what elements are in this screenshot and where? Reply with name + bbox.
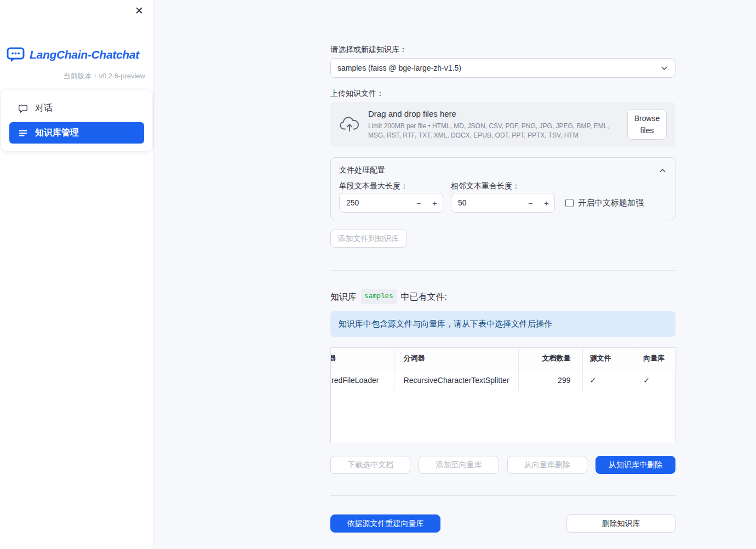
kb-select-value: samples (faiss @ bge-large-zh-v1.5) — [337, 64, 461, 72]
kb-suffix-text: 中已有文件: — [401, 290, 447, 303]
chat-bubble-icon — [18, 104, 28, 113]
vector-store-check-cell[interactable]: ✓ — [633, 369, 675, 391]
drag-drop-text: Drag and drop files here — [368, 109, 619, 118]
version-text: 当前版本：v0.2.6-preview — [0, 71, 153, 81]
column-header-splitter: 分词器 — [394, 348, 519, 369]
overlap-size-group: 相邻文本重合长度： 50 − + — [451, 180, 555, 213]
expander-header[interactable]: 文件处理配置 — [339, 158, 667, 179]
overlap-size-increment-button[interactable]: + — [539, 193, 554, 212]
delete-kb-button[interactable]: 删除知识库 — [566, 514, 675, 533]
column-header-vector-store: 向量库 — [633, 348, 675, 369]
uploader-text: Drag and drop files here Limit 200MB per… — [368, 109, 619, 139]
add-files-to-kb-button[interactable]: 添加文件到知识库 — [330, 230, 406, 248]
add-to-vector-store-button[interactable]: 添加至向量库 — [419, 456, 499, 474]
kb-prefix-text: 知识库 — [330, 290, 357, 303]
chunk-size-label: 单段文本最大长度： — [339, 180, 443, 191]
zh-title-enhance-checkbox[interactable]: 开启中文标题加强 — [565, 193, 644, 213]
divider — [330, 270, 675, 271]
sidebar: ✕ LangChain-Chatchat 当前版本：v0.2.6-preview… — [0, 0, 153, 549]
app-title: LangChain-Chatchat — [30, 48, 139, 61]
close-sidebar-button[interactable]: ✕ — [131, 3, 147, 18]
divider — [330, 495, 675, 496]
kb-name-code: samples — [361, 289, 397, 304]
file-config-expander: 文件处理配置 单段文本最大长度： 250 − + 相邻文 — [330, 157, 675, 220]
kb-select[interactable]: samples (faiss @ bge-large-zh-v1.5) — [330, 58, 675, 78]
overlap-size-decrement-button[interactable]: − — [523, 193, 539, 212]
file-uploader-dropzone[interactable]: Drag and drop files here Limit 200MB per… — [330, 102, 675, 147]
chunk-size-decrement-button[interactable]: − — [411, 193, 427, 212]
info-banner: 知识库中包含源文件与向量库，请从下表中选择文件后操作 — [330, 311, 675, 337]
rebuild-vector-store-button[interactable]: 依据源文件重建向量库 — [330, 514, 440, 533]
chunk-size-value: 250 — [340, 198, 411, 207]
overlap-size-value: 50 — [451, 198, 523, 207]
chevron-down-icon — [660, 64, 668, 72]
version-label: 当前版本： — [63, 72, 99, 80]
main-area: 请选择或新建知识库： samples (faiss @ bge-large-zh… — [153, 0, 756, 549]
knowledge-base-icon — [18, 128, 28, 138]
version-value: v0.2.6-preview — [99, 72, 145, 80]
browse-files-button[interactable]: Browse files — [627, 109, 667, 140]
table-row[interactable]: redFileLoader RecursiveCharacterTextSpli… — [331, 369, 675, 391]
delete-from-kb-button[interactable]: 从知识库中删除 — [595, 456, 675, 474]
overlap-size-label: 相邻文本重合长度： — [451, 180, 555, 191]
kb-footer-actions: 依据源文件重建向量库 删除知识库 — [330, 514, 675, 533]
info-banner-text: 知识库中包含源文件与向量库，请从下表中选择文件后操作 — [339, 319, 552, 329]
chunk-size-group: 单段文本最大长度： 250 − + — [339, 180, 443, 213]
kb-files-table[interactable]: 器 分词器 文档数量 源文件 向量库 redFileLoader Recursi… — [330, 347, 675, 443]
sidebar-item-label: 对话 — [35, 102, 53, 114]
chunk-size-input[interactable]: 250 − + — [339, 193, 443, 213]
column-header-doc-count: 文档数量 — [519, 348, 583, 369]
file-actions-row: 下载选中文档 添加至向量库 从向量库删除 从知识库中删除 — [330, 456, 675, 474]
sidebar-menu: 对话 知识库管理 — [1, 90, 152, 151]
doc-count-cell[interactable]: 299 — [519, 369, 583, 391]
sidebar-item-chat[interactable]: 对话 — [9, 98, 144, 119]
content-column: 请选择或新建知识库： samples (faiss @ bge-large-zh… — [330, 0, 675, 533]
column-header-source-file: 源文件 — [583, 348, 633, 369]
overlap-size-input[interactable]: 50 − + — [451, 193, 555, 213]
expander-title: 文件处理配置 — [339, 165, 385, 175]
expander-body: 单段文本最大长度： 250 − + 相邻文本重合长度： 50 − + — [339, 180, 667, 213]
delete-from-vector-store-button[interactable]: 从向量库删除 — [507, 456, 587, 474]
loader-cell[interactable]: redFileLoader — [331, 369, 394, 391]
column-header-loader: 器 — [331, 348, 394, 369]
upload-limit-text: Limit 200MB per file • HTML, MD, JSON, C… — [368, 122, 619, 139]
table-empty-area — [331, 391, 675, 443]
kb-select-label: 请选择或新建知识库： — [330, 44, 675, 55]
sidebar-item-knowledge-base[interactable]: 知识库管理 — [9, 122, 144, 144]
checkbox-box-icon — [565, 199, 574, 207]
splitter-cell[interactable]: RecursiveCharacterTextSplitter — [394, 369, 519, 391]
table-header-row: 器 分词器 文档数量 源文件 向量库 — [331, 348, 675, 369]
chevron-up-icon — [658, 167, 667, 175]
zh-title-enhance-label: 开启中文标题加强 — [578, 198, 644, 208]
existing-files-heading: 知识库 samples 中已有文件: — [330, 289, 675, 304]
upload-label: 上传知识文件： — [330, 88, 675, 99]
app-logo: LangChain-Chatchat — [7, 47, 153, 62]
sidebar-item-label: 知识库管理 — [35, 127, 79, 139]
logo-chat-icon — [7, 47, 25, 62]
download-selected-button[interactable]: 下载选中文档 — [330, 456, 410, 474]
cloud-upload-icon — [339, 116, 360, 133]
source-file-check-cell[interactable]: ✓ — [583, 369, 633, 391]
chunk-size-increment-button[interactable]: + — [427, 193, 443, 212]
